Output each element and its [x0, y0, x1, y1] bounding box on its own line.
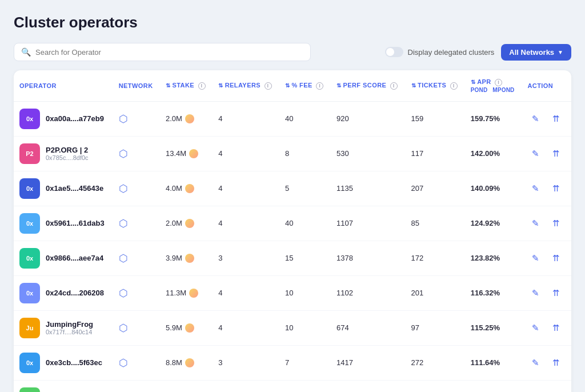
fee-cell: 15: [279, 241, 331, 275]
analytics-button[interactable]: ✎: [527, 215, 543, 231]
action-cell: ✎ ⇈: [522, 171, 571, 206]
col-network: NETWORK: [113, 70, 160, 101]
analytics-button[interactable]: ✎: [527, 146, 543, 162]
ethereum-icon: ⬡: [119, 287, 128, 299]
apr-cell: 142.00%: [465, 136, 522, 171]
tickets-cell: 97: [406, 310, 465, 345]
analytics-button[interactable]: ✎: [527, 390, 543, 392]
col-tickets[interactable]: ⇅TICKETS i: [406, 70, 465, 101]
col-perf-score[interactable]: ⇅PERF SCORE i: [331, 70, 406, 101]
operator-avatar: 0x: [19, 178, 40, 199]
ethereum-icon: ⬡: [119, 183, 128, 194]
apr-value: 111.64%: [471, 358, 500, 367]
operator-name: 0x9866....aee7a4: [46, 254, 103, 262]
network-cell: ⬡: [113, 275, 160, 310]
operator-name: JumpingFrog: [46, 320, 93, 329]
apr-value: 115.25%: [471, 323, 500, 332]
perf-score-cell: 920: [331, 101, 406, 136]
operator-name: P2P.ORG | 2: [46, 146, 89, 154]
network-cell: ⬡: [113, 345, 160, 380]
share-button[interactable]: ⇈: [548, 181, 564, 197]
network-button[interactable]: All Networks ▼: [501, 44, 571, 61]
relayers-cell: 3: [213, 380, 279, 392]
table-row: 0x 0xa00a....a77eb9 ⬡2.0M 440920159159.7…: [14, 101, 571, 136]
tickets-cell: 159: [406, 101, 465, 136]
toolbar-right: Display delegated clusters All Networks …: [385, 44, 571, 61]
table-row: Ju JumpingFrog 0x717f....840c14 ⬡5.9M 41…: [14, 310, 571, 345]
analytics-button[interactable]: ✎: [527, 250, 543, 266]
fee-cell: 20: [279, 380, 331, 392]
share-button[interactable]: ⇈: [548, 320, 564, 336]
analytics-button[interactable]: ✎: [527, 355, 543, 371]
col-apr[interactable]: ⇅APR i POND MPond: [465, 70, 522, 101]
table-body: 0x 0xa00a....a77eb9 ⬡2.0M 440920159159.7…: [14, 101, 571, 392]
operator-avatar: 0x: [19, 213, 40, 234]
action-cell: ✎ ⇈: [522, 101, 571, 136]
stake-cell: 8.8M: [160, 345, 213, 380]
share-button[interactable]: ⇈: [548, 146, 564, 162]
share-button[interactable]: ⇈: [548, 250, 564, 266]
ethereum-icon: ⬡: [119, 253, 128, 264]
analytics-button[interactable]: ✎: [527, 111, 543, 127]
search-input[interactable]: [35, 48, 303, 57]
analytics-button[interactable]: ✎: [527, 181, 543, 197]
operator-info: 0xe3cb....5f63ec: [46, 358, 102, 367]
fee-cell: 8: [279, 136, 331, 171]
tickets-cell: 117: [406, 136, 465, 171]
operator-info: 0x5961....61dab3: [46, 219, 105, 227]
stake-value: 2.0M: [166, 219, 182, 227]
stake-cell: 11.3M: [160, 275, 213, 310]
col-fee[interactable]: ⇅% FEE i: [279, 70, 331, 101]
network-cell: ⬡: [113, 310, 160, 345]
fee-cell: 7: [279, 345, 331, 380]
table-row: 0x 0x9554....168249 ⬡4.6M 3201471240108.…: [14, 380, 571, 392]
stake-cell: 3.9M: [160, 241, 213, 275]
operator-address: 0x717f....840c14: [46, 329, 93, 335]
operator-cell: 0x 0x9554....168249: [14, 380, 113, 392]
perf-score-cell: 1417: [331, 345, 406, 380]
stake-cell: 4.0M: [160, 171, 213, 206]
share-button[interactable]: ⇈: [548, 215, 564, 231]
share-button[interactable]: ⇈: [548, 355, 564, 371]
operator-avatar: 0x: [19, 109, 40, 129]
col-relayers[interactable]: ⇅RELAYERS i: [213, 70, 279, 101]
tickets-cell: 201: [406, 275, 465, 310]
relayers-cell: 4: [213, 136, 279, 171]
operator-avatar: 0x: [19, 283, 40, 303]
apr-cell: 123.82%: [465, 241, 522, 275]
apr-cell: 140.09%: [465, 171, 522, 206]
perf-score-cell: 1102: [331, 275, 406, 310]
table-row: 0x 0x5961....61dab3 ⬡2.0M 440110785124.9…: [14, 206, 571, 241]
fee-cell: 10: [279, 275, 331, 310]
relayers-cell: 3: [213, 241, 279, 275]
perf-score-cell: 674: [331, 310, 406, 345]
share-button[interactable]: ⇈: [548, 111, 564, 127]
stake-coin-icon: [185, 254, 194, 263]
delegate-label: Display delegated clusters: [408, 48, 495, 57]
perf-score-cell: 530: [331, 136, 406, 171]
analytics-button[interactable]: ✎: [527, 285, 543, 301]
operator-name: 0x24cd....206208: [46, 289, 104, 297]
apr-value: 116.32%: [471, 289, 500, 297]
col-operator: OPERATOR: [14, 70, 113, 101]
action-cell: ✎ ⇈: [522, 241, 571, 275]
operator-cell: 0x 0xe3cb....5f63ec: [14, 345, 113, 380]
stake-coin-icon: [185, 219, 194, 228]
col-stake[interactable]: ⇅STAKE i: [160, 70, 213, 101]
relayers-cell: 4: [213, 101, 279, 136]
operator-avatar: 0x: [19, 353, 40, 373]
share-button[interactable]: ⇈: [548, 390, 564, 392]
relayers-cell: 4: [213, 275, 279, 310]
tickets-cell: 207: [406, 171, 465, 206]
operator-name: 0xa00a....a77eb9: [46, 114, 104, 123]
table-row: 0x 0xe3cb....5f63ec ⬡8.8M 371417272111.6…: [14, 345, 571, 380]
operator-avatar: P2: [19, 143, 40, 164]
analytics-button[interactable]: ✎: [527, 320, 543, 336]
table-row: 0x 0x9866....aee7a4 ⬡3.9M 3151378172123.…: [14, 241, 571, 275]
fee-cell: 40: [279, 101, 331, 136]
apr-cell: 108.40%: [465, 380, 522, 392]
delegate-toggle-switch[interactable]: [385, 47, 403, 57]
share-button[interactable]: ⇈: [548, 285, 564, 301]
stake-coin-icon: [189, 149, 198, 158]
network-cell: ⬡: [113, 380, 160, 392]
